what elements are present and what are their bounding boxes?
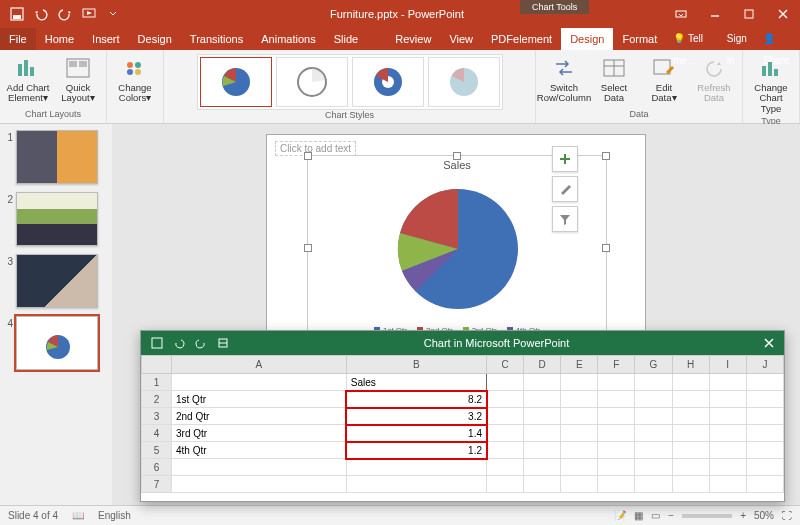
tab-slideshow[interactable]: Slide Show: [325, 28, 387, 50]
slide-thumbnails[interactable]: 1 2 3 4: [0, 124, 112, 505]
cell[interactable]: [172, 374, 347, 391]
chart-style-4[interactable]: [428, 57, 500, 107]
tell-me[interactable]: 💡 Tell me...: [666, 28, 720, 50]
redo-icon[interactable]: [54, 3, 76, 25]
cell[interactable]: [561, 459, 598, 476]
cell[interactable]: 1.4: [346, 425, 486, 442]
cell[interactable]: [598, 459, 635, 476]
cell[interactable]: [487, 476, 524, 493]
cell[interactable]: [672, 476, 709, 493]
zoom-slider[interactable]: [682, 514, 732, 518]
col-header[interactable]: D: [524, 356, 561, 374]
row-header[interactable]: 5: [142, 442, 172, 459]
excel-undo-icon[interactable]: [169, 333, 189, 353]
slide-thumb-2[interactable]: [16, 192, 98, 246]
chart-elements-button[interactable]: [552, 146, 578, 172]
cell[interactable]: [487, 425, 524, 442]
row-header[interactable]: 7: [142, 476, 172, 493]
cell[interactable]: [524, 425, 561, 442]
excel-close-button[interactable]: [754, 337, 784, 349]
cell[interactable]: [635, 391, 672, 408]
excel-save-icon[interactable]: [147, 333, 167, 353]
cell[interactable]: [672, 391, 709, 408]
cell[interactable]: [172, 476, 347, 493]
cell[interactable]: [746, 459, 783, 476]
resize-handle[interactable]: [602, 244, 610, 252]
cell[interactable]: [598, 476, 635, 493]
cell[interactable]: [709, 425, 746, 442]
cell[interactable]: [346, 476, 486, 493]
row-header[interactable]: 4: [142, 425, 172, 442]
chart-data-grid-window[interactable]: Chart in Microsoft PowerPoint A B C D E …: [140, 330, 785, 502]
data-grid[interactable]: A B C D E F G H I J 1Sales 21st Qtr8.2 3…: [141, 355, 784, 493]
resize-handle[interactable]: [453, 152, 461, 160]
slide-thumb-3[interactable]: [16, 254, 98, 308]
cell[interactable]: [709, 391, 746, 408]
resize-handle[interactable]: [304, 152, 312, 160]
cell[interactable]: [635, 374, 672, 391]
maximize-button[interactable]: [732, 0, 766, 28]
corner-cell[interactable]: [142, 356, 172, 374]
tab-design[interactable]: Design: [129, 28, 181, 50]
cell[interactable]: [561, 425, 598, 442]
cell[interactable]: [172, 459, 347, 476]
save-icon[interactable]: [6, 3, 28, 25]
col-header[interactable]: G: [635, 356, 672, 374]
chart-styles-button[interactable]: [552, 176, 578, 202]
cell[interactable]: 1st Qtr: [172, 391, 347, 408]
col-header[interactable]: B: [346, 356, 486, 374]
cell[interactable]: [598, 408, 635, 425]
cell[interactable]: [561, 476, 598, 493]
cell[interactable]: [746, 442, 783, 459]
chart-style-1[interactable]: [200, 57, 272, 107]
col-header[interactable]: E: [561, 356, 598, 374]
quick-layout-button[interactable]: Quick Layout▾: [54, 54, 102, 106]
tab-transitions[interactable]: Transitions: [181, 28, 252, 50]
share-button[interactable]: 👤 Share: [756, 28, 800, 50]
ribbon-options-icon[interactable]: [664, 0, 698, 28]
normal-view-button[interactable]: ▦: [634, 510, 643, 521]
notes-button[interactable]: 📝: [614, 510, 626, 521]
cell[interactable]: [524, 476, 561, 493]
cell[interactable]: [709, 459, 746, 476]
cell[interactable]: [746, 374, 783, 391]
cell[interactable]: [524, 442, 561, 459]
cell[interactable]: [561, 442, 598, 459]
tab-home[interactable]: Home: [36, 28, 83, 50]
cell[interactable]: [635, 408, 672, 425]
cell[interactable]: [709, 408, 746, 425]
cell[interactable]: [524, 374, 561, 391]
tab-pdfelement[interactable]: PDFelement: [482, 28, 561, 50]
cell[interactable]: [672, 459, 709, 476]
cell[interactable]: [709, 442, 746, 459]
chart-style-3[interactable]: [352, 57, 424, 107]
cell[interactable]: [346, 459, 486, 476]
cell[interactable]: [487, 374, 524, 391]
cell[interactable]: [635, 459, 672, 476]
row-header[interactable]: 1: [142, 374, 172, 391]
tab-review[interactable]: Review: [386, 28, 440, 50]
col-header[interactable]: C: [487, 356, 524, 374]
excel-redo-icon[interactable]: [191, 333, 211, 353]
cell[interactable]: [746, 425, 783, 442]
cell[interactable]: [746, 408, 783, 425]
chart-style-2[interactable]: [276, 57, 348, 107]
resize-handle[interactable]: [602, 152, 610, 160]
slide-thumb-1[interactable]: [16, 130, 98, 184]
change-chart-type-button[interactable]: Change Chart Type: [747, 54, 795, 116]
chart-filters-button[interactable]: [552, 206, 578, 232]
qat-dropdown-icon[interactable]: [102, 3, 124, 25]
cell[interactable]: [524, 408, 561, 425]
col-header[interactable]: A: [172, 356, 347, 374]
fit-to-window-button[interactable]: ⛶: [782, 510, 792, 521]
cell[interactable]: 3.2: [346, 408, 486, 425]
cell[interactable]: [746, 391, 783, 408]
cell[interactable]: 3rd Qtr: [172, 425, 347, 442]
add-chart-element-button[interactable]: Add Chart Element▾: [4, 54, 52, 106]
cell[interactable]: [709, 476, 746, 493]
select-data-button[interactable]: Select Data: [590, 54, 638, 106]
row-header[interactable]: 6: [142, 459, 172, 476]
cell[interactable]: [746, 476, 783, 493]
cell[interactable]: [672, 425, 709, 442]
undo-icon[interactable]: [30, 3, 52, 25]
